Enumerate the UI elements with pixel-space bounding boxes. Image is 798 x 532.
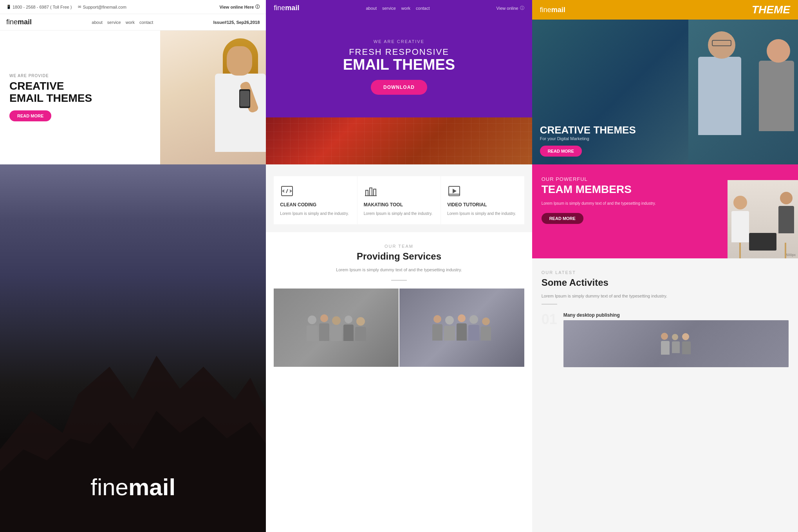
feature-card-coding: CLEAN CODING Lorem Ipsum is simply and t… bbox=[274, 176, 357, 224]
plaid-background bbox=[266, 117, 532, 164]
hero-top-left: WE ARE PROVIDE CREATIVE EMAIL THEMES REA… bbox=[0, 31, 266, 164]
download-button[interactable]: DOWNLOAD bbox=[371, 80, 427, 95]
panel-bottom-left: finemail bbox=[0, 164, 266, 532]
logo-top-right: finemail bbox=[540, 6, 565, 14]
nav-links-top-left: about service work contact bbox=[92, 20, 153, 25]
activity-content: Many desktop publishing bbox=[563, 312, 789, 367]
nav-work-middle[interactable]: work bbox=[401, 6, 410, 11]
activity-image bbox=[563, 320, 789, 367]
activity-item-1: 01 Many desktop publishing bbox=[542, 312, 789, 367]
logo-light-middle: fine bbox=[274, 4, 285, 12]
our-powerful-label: OUR POWERFUL bbox=[542, 176, 789, 182]
logo-bottom-left: finemail bbox=[90, 474, 175, 501]
activities-section: OUR LATEST Some Activites Lorem Ipsum is… bbox=[532, 258, 798, 532]
logo-light-right: fine bbox=[540, 6, 551, 14]
nav-about[interactable]: about bbox=[92, 20, 103, 25]
email-themes-title: EMAIL THEMES bbox=[343, 57, 455, 72]
feature-title-coding: CLEAN CODING bbox=[280, 202, 350, 207]
logo-top-left: finemail bbox=[6, 18, 32, 26]
overlay-text-right: Creative Themes For your Digital Marketi… bbox=[540, 124, 636, 157]
issue-info: Issue#125, Sep26,2018 bbox=[213, 20, 260, 25]
bottom-image-middle bbox=[266, 117, 532, 164]
feature-title-marketing: MAKATING TOOL bbox=[364, 202, 434, 207]
top-bar: 📱 1800 - 2568 - 6987 ( Toll Free ) ✉ Sup… bbox=[0, 0, 266, 14]
panel-bottom-right: OUR POWERFUL TEAM MEMBERS Lorem Ipsum is… bbox=[532, 164, 798, 532]
we-are-creative: WE ARE CREATIVE bbox=[374, 39, 424, 44]
email-item: ✉ Support@finemail.com bbox=[78, 5, 126, 9]
panel-top-left: 📱 1800 - 2568 - 6987 ( Toll Free ) ✉ Sup… bbox=[0, 0, 266, 164]
logo-bold-bottom: mail bbox=[128, 474, 175, 500]
team-divider bbox=[391, 280, 407, 281]
chart-icon bbox=[364, 184, 378, 198]
phone-icon: 📱 bbox=[6, 5, 11, 9]
team-members-desc: Lorem Ipsum is simply dummy text of and … bbox=[542, 200, 789, 207]
panel-top-right: finemail Theme bbox=[532, 0, 798, 164]
activity-number: 01 bbox=[542, 312, 557, 326]
team-image-left bbox=[274, 289, 399, 367]
feature-desc-coding: Lorem Ipsum is simply and the industry. bbox=[280, 211, 350, 216]
feature-title-video: VIDEO TUTORIAL bbox=[447, 202, 518, 207]
nav-contact[interactable]: contact bbox=[139, 20, 153, 25]
view-online-text-middle: View online bbox=[496, 6, 518, 11]
nav-contact-middle[interactable]: contact bbox=[416, 6, 430, 11]
team-members-section: OUR POWERFUL TEAM MEMBERS Lorem Ipsum is… bbox=[532, 164, 798, 258]
svg-rect-6 bbox=[374, 189, 376, 196]
our-latest-label: OUR LATEST bbox=[542, 270, 789, 275]
activities-desc: Lorem Ipsum is simply dummy text of and … bbox=[542, 293, 789, 300]
logo-light-text: fine bbox=[6, 18, 18, 26]
team-section: OUR TEAM Providing Services Lorem Ipsum … bbox=[266, 232, 532, 532]
nav-work[interactable]: work bbox=[126, 20, 135, 25]
team-image-right bbox=[399, 289, 524, 367]
activities-title: Some Activites bbox=[542, 277, 789, 288]
read-more-button-top-left[interactable]: READ MORE bbox=[9, 110, 51, 121]
read-more-button-right[interactable]: READ MORE bbox=[540, 146, 582, 157]
creative-themes-title: Creative Themes bbox=[540, 124, 636, 136]
activities-divider bbox=[542, 304, 557, 305]
hero-top-middle: WE ARE CREATIVE FRESH RESPONSIVE EMAIL T… bbox=[266, 16, 532, 117]
top-strip-right: finemail Theme bbox=[532, 0, 798, 20]
our-team-label: OUR TEAM bbox=[274, 244, 524, 249]
feature-desc-video: Lorem Ipsum is simply and the industry. bbox=[447, 211, 518, 216]
team-desc: Lorem Ipsum is simply dummy text of and … bbox=[274, 267, 524, 274]
nav-links-middle: about service work contact bbox=[366, 6, 430, 11]
team-members-title: TEAM MEMBERS bbox=[542, 184, 789, 196]
feature-desc-marketing: Lorem Ipsum is simply and the industry. bbox=[364, 211, 434, 216]
nav-bar-top-left: finemail about service work contact Issu… bbox=[0, 14, 266, 31]
nav-service-middle[interactable]: service bbox=[382, 6, 396, 11]
team-images bbox=[274, 289, 524, 367]
logo-light-bottom: fine bbox=[90, 474, 128, 500]
panel-top-middle: finemail about service work contact View… bbox=[266, 0, 532, 164]
svg-rect-5 bbox=[370, 188, 372, 196]
info-icon: ⓘ bbox=[255, 4, 260, 10]
hero-image-top-left bbox=[160, 31, 266, 164]
feature-card-video: VIDEO TUTORIAL Lorem Ipsum is simply and… bbox=[441, 176, 524, 224]
hero-line1: CREATIVE bbox=[9, 80, 64, 92]
svg-marker-9 bbox=[453, 189, 457, 193]
phone-item: 📱 1800 - 2568 - 6987 ( Toll Free ) bbox=[6, 5, 72, 9]
team-members-read-more[interactable]: READ MORE bbox=[542, 213, 583, 224]
view-online-text: View online Here bbox=[220, 5, 254, 9]
info-icon-middle: ⓘ bbox=[520, 5, 524, 11]
view-online-middle[interactable]: View online ⓘ bbox=[496, 5, 524, 11]
nav-bar-top-middle: finemail about service work contact View… bbox=[266, 0, 532, 16]
hero-line2: EMAIL THEMES bbox=[9, 92, 92, 104]
hero-text-top-left: WE ARE PROVIDE CREATIVE EMAIL THEMES REA… bbox=[9, 74, 92, 122]
hero-subtitle: WE ARE PROVIDE bbox=[9, 74, 92, 78]
video-icon bbox=[447, 184, 461, 198]
hero-title: CREATIVE EMAIL THEMES bbox=[9, 80, 92, 105]
view-online-link[interactable]: View online Here ⓘ bbox=[220, 4, 260, 10]
nav-about-middle[interactable]: about bbox=[366, 6, 377, 11]
nav-service[interactable]: service bbox=[107, 20, 121, 25]
theme-title: Theme bbox=[752, 4, 790, 16]
logo-top-middle: finemail bbox=[274, 4, 299, 12]
svg-rect-4 bbox=[366, 190, 368, 196]
logo-bold-text: mail bbox=[18, 18, 32, 26]
fresh-responsive: FRESH RESPONSIVE bbox=[349, 47, 449, 57]
logo-bold-right: mail bbox=[551, 6, 565, 14]
team-members-content: OUR POWERFUL TEAM MEMBERS Lorem Ipsum is… bbox=[542, 176, 789, 224]
svg-line-3 bbox=[286, 189, 288, 193]
hero-bg-right: Creative Themes For your Digital Marketi… bbox=[532, 20, 798, 164]
code-icon bbox=[280, 184, 294, 198]
activity-title: Many desktop publishing bbox=[563, 312, 789, 318]
creative-themes-tagline: For your Digital Marketing bbox=[540, 136, 636, 141]
